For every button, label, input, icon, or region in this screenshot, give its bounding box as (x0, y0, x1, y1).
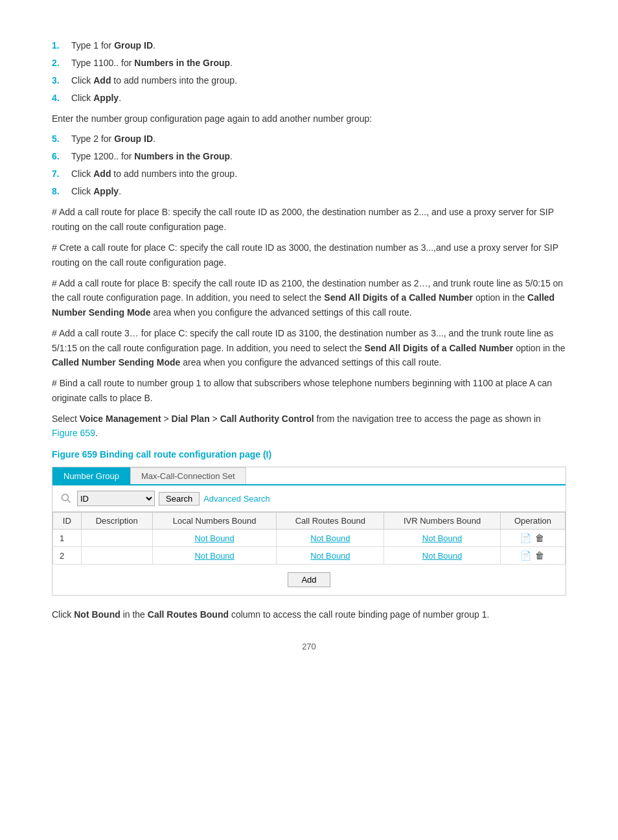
page-number: 270 (52, 642, 566, 651)
table-row: 2 Not Bound Not Bound Not Bound 📄 🗑 (53, 547, 566, 565)
tab-bar: Number Group Max-Call-Connection Set (52, 467, 566, 485)
para7: Click Not Bound in the Call Routes Bound… (52, 607, 566, 622)
para5: # Bind a call route to number group 1 to… (52, 376, 566, 405)
step-7: 7. Click Add to add numbers into the gro… (52, 167, 566, 181)
row2-delete-icon[interactable]: 🗑 (534, 550, 545, 561)
step-8: 8. Click Apply. (52, 185, 566, 198)
step-3: 3. Click Add to add numbers into the gro… (52, 74, 566, 88)
tab-max-call[interactable]: Max-Call-Connection Set (130, 467, 246, 484)
para6: Select Voice Management > Dial Plan > Ca… (52, 412, 566, 441)
figure-659-link[interactable]: Figure 659 (52, 428, 95, 438)
row2-call-routes: Not Bound (277, 547, 384, 565)
add-btn-row: Add (52, 565, 566, 595)
figure-caption: Figure 659 Binding call route configurat… (52, 447, 566, 461)
search-select[interactable]: ID (77, 491, 155, 506)
col-header-local: Local Numbers Bound (152, 513, 277, 530)
search-bar: ID Search Advanced Search (52, 485, 566, 512)
row1-delete-icon[interactable]: 🗑 (534, 532, 545, 544)
col-header-id: ID (53, 513, 82, 530)
search-button[interactable]: Search (159, 492, 200, 506)
row1-call-routes: Not Bound (277, 530, 384, 547)
row2-ivr-numbers: Not Bound (384, 547, 501, 565)
row1-id: 1 (53, 530, 82, 547)
para4: # Add a call route 3… for place C: speci… (52, 326, 566, 369)
row1-ivr-numbers: Not Bound (384, 530, 501, 547)
row2-id: 2 (53, 547, 82, 565)
steps-first: 1. Type 1 for Group ID. 2. Type 1100.. f… (52, 39, 566, 105)
row1-description (81, 530, 152, 547)
table-row: 1 Not Bound Not Bound Not Bound 📄 🗑 (53, 530, 566, 547)
row2-description (81, 547, 152, 565)
para3: # Add a call route for place B: specify … (52, 276, 566, 320)
col-header-call-routes: Call Routes Bound (277, 513, 384, 530)
step-4: 4. Click Apply. (52, 91, 566, 105)
row2-local-numbers: Not Bound (152, 547, 277, 565)
row1-edit-icon[interactable]: 📄 (520, 532, 531, 544)
step-6: 6. Type 1200.. for Numbers in the Group. (52, 150, 566, 163)
row1-local-numbers: Not Bound (152, 530, 277, 547)
data-table: ID Description Local Numbers Bound Call … (52, 512, 566, 565)
step-2: 2. Type 1100.. for Numbers in the Group. (52, 56, 566, 70)
search-icon (59, 491, 73, 506)
svg-line-1 (68, 500, 71, 503)
row1-operation: 📄 🗑 (500, 530, 565, 547)
step-1: 1. Type 1 for Group ID. (52, 39, 566, 52)
row2-edit-icon[interactable]: 📄 (520, 550, 531, 561)
col-header-description: Description (81, 513, 152, 530)
step-5: 5. Type 2 for Group ID. (52, 132, 566, 146)
para2: # Crete a call route for place C: specif… (52, 240, 566, 270)
col-header-ivr: IVR Numbers Bound (384, 513, 501, 530)
advanced-search-link[interactable]: Advanced Search (203, 494, 270, 504)
steps-second: 5. Type 2 for Group ID. 6. Type 1200.. f… (52, 132, 566, 198)
svg-point-0 (62, 495, 69, 501)
para1: # Add a call route for place B: specify … (52, 205, 566, 234)
tab-number-group[interactable]: Number Group (52, 467, 130, 484)
add-button[interactable]: Add (288, 572, 330, 587)
figure-box: Number Group Max-Call-Connection Set ID … (52, 467, 566, 596)
enter-text: Enter the number group configuration pag… (52, 111, 566, 126)
col-header-operation: Operation (500, 513, 565, 530)
row2-operation: 📄 🗑 (500, 547, 565, 565)
